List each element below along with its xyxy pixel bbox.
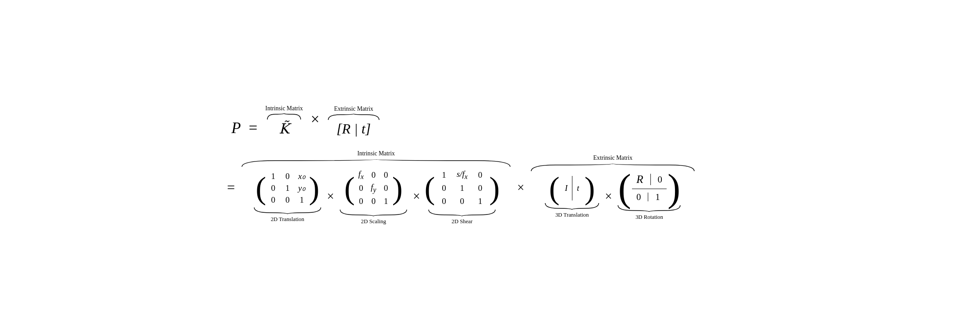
right-paren-4: ) (585, 174, 595, 203)
m1-r1c1: 1 (271, 172, 276, 181)
m2-r2c3: 0 (384, 183, 388, 193)
m2-r2c1: 0 (359, 183, 363, 193)
p-symbol: P (231, 119, 241, 137)
right-paren-1: ) (309, 169, 320, 207)
intrinsic-label-top: Intrinsic Matrix (265, 105, 303, 112)
vdiv-rot-top (650, 174, 651, 185)
underbrace-2d-shear (427, 209, 497, 218)
t-symbol-it: t (577, 183, 579, 193)
times-2: × (413, 189, 420, 204)
m3-r1c3: 0 (478, 170, 483, 180)
bottom-equals: = (227, 179, 235, 196)
vdiv-it (572, 176, 572, 201)
I-symbol: I (565, 183, 568, 193)
bottom-equation: = Intrinsic Matrix ( 1 0 x₀ 0 (227, 150, 753, 225)
label-2d-scale: 2D Scaling (361, 218, 386, 225)
matrix-2d-trans-grid: 1 0 x₀ 0 1 y₀ 0 0 1 (267, 169, 308, 207)
m3-r1c1: 1 (442, 170, 446, 180)
right-paren-3: ) (489, 168, 500, 208)
intrinsic-wide-overbrace (240, 158, 512, 168)
matrix-2d-trans-parens: ( 1 0 x₀ 0 1 y₀ 0 0 1 ) (256, 169, 320, 207)
matrix-3d-trans: ( I t ) 3D Translation (543, 174, 600, 219)
extrinsic-label-top: Extrinsic Matrix (334, 105, 373, 112)
zero1-symbol: 0 (653, 173, 667, 186)
rt-symbol: [R | t] (337, 121, 371, 137)
matrix-2d-trans: ( 1 0 x₀ 0 1 y₀ 0 0 1 ) (252, 169, 323, 223)
matrix-3d-trans-parens: ( I t ) (549, 174, 595, 203)
intrinsic-wide-label: Intrinsic Matrix (357, 150, 395, 157)
left-paren-3: ( (424, 168, 435, 208)
m1-r3c2: 0 (285, 195, 290, 205)
m2-r1c2: 0 (371, 170, 376, 180)
matrix-2d-scale-grid: fx 0 0 0 fy 0 0 0 1 (356, 168, 391, 208)
m1-r3c1: 0 (271, 195, 276, 205)
times-1: × (327, 189, 334, 204)
m2-r3c3: 1 (384, 197, 388, 206)
m1-r2c3: y₀ (298, 183, 305, 193)
extrinsic-wide-group: Extrinsic Matrix ( I t ) (529, 154, 696, 221)
times-3: × (517, 180, 524, 195)
intrinsic-wide-group: Intrinsic Matrix ( 1 0 x₀ 0 1 y (240, 150, 512, 225)
m3-r3c3: 1 (478, 197, 483, 206)
m2-r1c3: 0 (384, 170, 388, 180)
k-symbol: K̃ (279, 120, 289, 137)
right-paren-5: ) (668, 172, 680, 205)
m1-r2c2: 1 (285, 183, 290, 193)
top-times: × (311, 111, 320, 128)
m3-r1c2: s/fx (457, 169, 468, 181)
vdiv-rot-bot (648, 193, 648, 201)
left-paren-2: ( (344, 168, 355, 208)
intrinsic-brace-group: Intrinsic Matrix K̃ (265, 105, 303, 137)
matrix-3d-rot: ( R 0 0 1 (616, 172, 682, 221)
left-paren-1: ( (256, 169, 266, 207)
m2-r2c2: fy (371, 183, 376, 194)
extrinsic-brace-group: Extrinsic Matrix [R | t] (327, 105, 380, 137)
left-paren-4: ( (549, 174, 560, 203)
label-3d-trans: 3D Translation (555, 212, 589, 218)
m3-r3c2: 0 (460, 197, 465, 206)
underbrace-3d-rot (616, 204, 682, 213)
extrinsic-overbrace-svg (327, 113, 380, 121)
matrix-2d-shear: ( 1 s/fx 0 0 1 0 0 0 1 ) (424, 168, 500, 225)
label-3d-rot: 3D Rotation (636, 214, 663, 221)
m1-r1c3: x₀ (298, 171, 305, 181)
matrix-3d-rot-parens: ( R 0 0 1 (618, 172, 681, 205)
m2-r3c1: 0 (359, 197, 363, 206)
zero2-symbol: 0 (632, 191, 645, 203)
m1-r3c3: 1 (300, 195, 304, 205)
matrix-2d-scale-parens: ( fx 0 0 0 fy 0 0 0 1 ) (344, 168, 403, 208)
one-symbol: 1 (651, 191, 664, 203)
label-2d-trans: 2D Translation (271, 216, 304, 223)
m2-r3c2: 0 (371, 197, 376, 206)
R-symbol: R (632, 172, 648, 187)
underbrace-2d-trans (252, 207, 323, 215)
m3-r2c2: 1 (460, 183, 465, 193)
m2-r1c1: fx (359, 169, 364, 181)
it-content: I t (561, 174, 584, 203)
times-4: × (605, 189, 612, 204)
main-container: P = Intrinsic Matrix K̃ × Extrinsic Matr… (227, 105, 753, 225)
extrinsic-matrices-content: ( I t ) 3D Translation × (543, 172, 682, 221)
extrinsic-wide-label: Extrinsic Matrix (593, 154, 632, 161)
m1-r1c2: 0 (285, 172, 290, 181)
matrix-2d-shear-parens: ( 1 s/fx 0 0 1 0 0 0 1 ) (424, 168, 500, 208)
intrinsic-overbrace-svg (266, 112, 302, 120)
label-2d-shear: 2D Shear (451, 218, 472, 225)
matrix-2d-scale: ( fx 0 0 0 fy 0 0 0 1 ) (338, 168, 408, 225)
m3-r2c1: 0 (442, 183, 446, 193)
m1-r2c1: 0 (271, 183, 276, 193)
matrix-2d-shear-grid: 1 s/fx 0 0 1 0 0 0 1 (436, 168, 488, 208)
m3-r2c3: 0 (478, 183, 483, 193)
left-paren-5: ( (618, 172, 631, 205)
m3-r3c1: 0 (442, 197, 446, 206)
top-equation: P = Intrinsic Matrix K̃ × Extrinsic Matr… (227, 105, 753, 137)
underbrace-2d-scale (338, 209, 408, 218)
underbrace-3d-trans (543, 202, 600, 211)
right-paren-2: ) (392, 168, 403, 208)
intrinsic-matrices-content: ( 1 0 x₀ 0 1 y₀ 0 0 1 ) (252, 168, 500, 225)
top-equals: = (249, 119, 258, 137)
